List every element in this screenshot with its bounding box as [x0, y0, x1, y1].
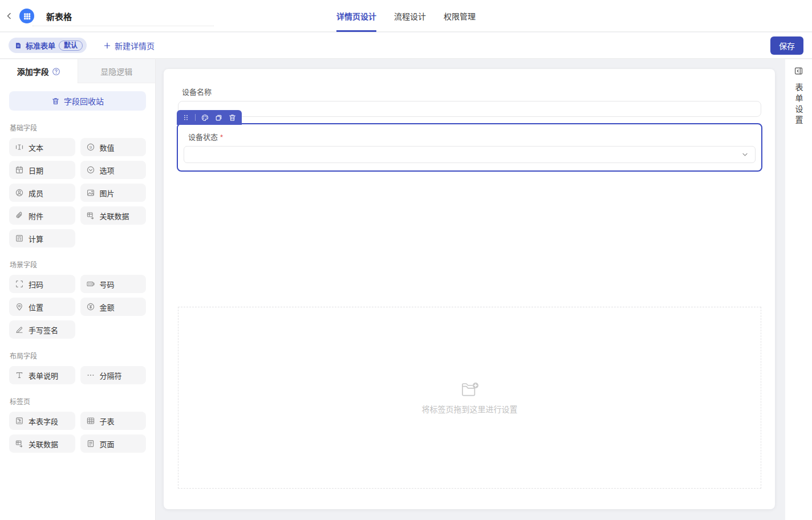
default-badge: 默认 — [59, 40, 83, 51]
field-library-sidebar: 添加字段 显隐逻辑 字段回收站 基础字段 文本 数值 日期 选项 — [0, 59, 156, 520]
tab-page-fields-grid: 本表字段 子表 关联数据 页面 — [9, 412, 146, 453]
page-icon — [86, 439, 95, 448]
field-item-page[interactable]: 页面 — [80, 434, 147, 453]
image-icon — [86, 188, 95, 197]
sidebar-tab-add-fields-label: 添加字段 — [17, 66, 49, 77]
divider-icon — [86, 371, 95, 380]
field-item-label: 扫码 — [29, 279, 43, 290]
field-item-label: 文本 — [29, 142, 43, 153]
field-item-scan[interactable]: 扫码 — [9, 275, 75, 293]
field-item-label: 关联数据 — [29, 438, 58, 449]
number-icon — [86, 143, 95, 152]
save-button[interactable]: 保存 — [770, 36, 803, 55]
scene-fields-grid: 扫码 号码 位置 金额 手写签名 — [9, 275, 146, 339]
field-item-text[interactable]: 文本 — [9, 138, 75, 156]
form-settings-panel-collapsed: 表单设置 — [785, 59, 812, 520]
field-recycle-bin-button[interactable]: 字段回收站 — [9, 91, 146, 111]
section-title-scene-fields: 场景字段 — [10, 259, 146, 269]
tab-page-drop-zone[interactable]: 将标签页拖到这里进行设置 — [178, 307, 761, 489]
current-table-icon — [15, 416, 24, 425]
field-item-label: 数值 — [100, 142, 115, 153]
required-marker: * — [220, 133, 223, 141]
sidebar-tab-add-fields[interactable]: 添加字段 — [0, 59, 78, 83]
field-item-label: 手写签名 — [29, 324, 58, 335]
field-item-label: 关联数据 — [100, 210, 129, 221]
folder-plus-icon — [460, 381, 480, 398]
new-detail-page-label: 新建详情页 — [115, 40, 155, 51]
content-area: 添加字段 显隐逻辑 字段回收站 基础字段 文本 数值 日期 选项 — [0, 59, 812, 520]
form-field-device-name[interactable]: 设备名称 — [178, 86, 761, 117]
field-item-label: 表单说明 — [29, 370, 58, 381]
text-field-icon — [15, 143, 24, 152]
new-detail-page-button[interactable]: 新建详情页 — [103, 40, 155, 51]
form-text-icon — [15, 371, 24, 380]
field-item-currency[interactable]: 金额 — [80, 298, 147, 316]
drag-handle-icon[interactable] — [182, 113, 190, 121]
field-item-linked-data-tab[interactable]: 关联数据 — [9, 434, 75, 453]
header-tabs: 详情页设计 流程设计 权限管理 — [336, 0, 476, 32]
field-item-label: 计算 — [29, 233, 43, 244]
form-type-label: 标准表单 — [26, 40, 55, 51]
field-item-linked-data[interactable]: 关联数据 — [80, 206, 147, 225]
field-item-member[interactable]: 成员 — [9, 184, 75, 202]
field-item-subtable[interactable]: 子表 — [80, 412, 147, 430]
back-button[interactable] — [2, 9, 16, 23]
field-item-label: 页面 — [100, 438, 115, 449]
sidebar-tabs: 添加字段 显隐逻辑 — [0, 59, 155, 83]
field-label: 设备名称 — [182, 86, 761, 97]
field-item-image[interactable]: 图片 — [80, 184, 147, 202]
field-item-attachment[interactable]: 附件 — [9, 206, 75, 225]
field-item-calculate[interactable]: 计算 — [9, 229, 75, 247]
field-item-date[interactable]: 日期 — [9, 161, 75, 179]
sidebar-tab-visibility-logic-label: 显隐逻辑 — [100, 66, 132, 77]
basic-fields-grid: 文本 数值 日期 选项 成员 图片 附件 关联数据 计算 — [9, 138, 146, 247]
calendar-icon — [15, 165, 24, 174]
tab-page-drop-hint: 将标签页拖到这里进行设置 — [422, 403, 518, 415]
field-item-label: 图片 — [100, 188, 115, 198]
form-toolbar: 标准表单 默认 新建详情页 保存 — [0, 32, 812, 59]
trash-icon — [51, 97, 60, 105]
form-design-canvas: 设备名称 设备状态* — [164, 69, 775, 509]
tab-process-design[interactable]: 流程设计 — [394, 0, 426, 32]
plus-icon — [103, 42, 111, 50]
chevron-down-icon — [741, 151, 749, 159]
app-title[interactable]: 新表格 — [46, 10, 72, 22]
field-item-option[interactable]: 选项 — [80, 161, 147, 179]
app-logo-icon — [19, 9, 34, 23]
standard-form-pill[interactable]: 标准表单 默认 — [9, 38, 87, 53]
form-settings-label[interactable]: 表单设置 — [793, 83, 805, 127]
toolbar-divider — [195, 114, 196, 121]
field-label: 设备状态* — [188, 131, 756, 142]
field-item-form-text[interactable]: 表单说明 — [9, 366, 75, 384]
copy-icon[interactable] — [214, 113, 223, 122]
palette-icon[interactable] — [201, 113, 209, 122]
field-item-current-table-fields[interactable]: 本表字段 — [9, 412, 75, 430]
tab-detail-page-design[interactable]: 详情页设计 — [336, 0, 376, 32]
collapse-panel-icon[interactable] — [794, 66, 803, 76]
field-item-signature[interactable]: 手写签名 — [9, 320, 75, 339]
currency-icon — [86, 302, 95, 311]
delete-icon[interactable] — [228, 113, 237, 122]
tab-permission-management[interactable]: 权限管理 — [444, 0, 476, 32]
help-question-icon[interactable] — [52, 67, 60, 76]
document-icon — [14, 42, 22, 50]
form-field-device-status-selected[interactable]: 设备状态* — [177, 123, 762, 172]
member-icon — [15, 188, 24, 197]
field-item-location[interactable]: 位置 — [9, 298, 75, 316]
calculator-icon — [15, 234, 24, 243]
select-input[interactable] — [184, 146, 756, 163]
linked-data-icon — [15, 439, 24, 448]
field-item-divider[interactable]: 分隔符 — [80, 366, 147, 384]
signature-icon — [15, 325, 24, 334]
field-recycle-bin-label: 字段回收站 — [64, 95, 104, 107]
section-title-basic-fields: 基础字段 — [10, 123, 146, 132]
field-item-label: 位置 — [29, 302, 43, 312]
field-item-serial-number[interactable]: 号码 — [80, 275, 147, 293]
sidebar-tab-visibility-logic[interactable]: 显隐逻辑 — [78, 59, 156, 83]
field-item-label: 分隔符 — [100, 370, 122, 381]
text-input[interactable] — [178, 101, 761, 117]
linked-data-icon — [86, 211, 95, 220]
section-title-tab-pages: 标签页 — [10, 396, 146, 406]
field-item-label: 本表字段 — [29, 416, 58, 426]
field-item-number[interactable]: 数值 — [80, 138, 147, 156]
